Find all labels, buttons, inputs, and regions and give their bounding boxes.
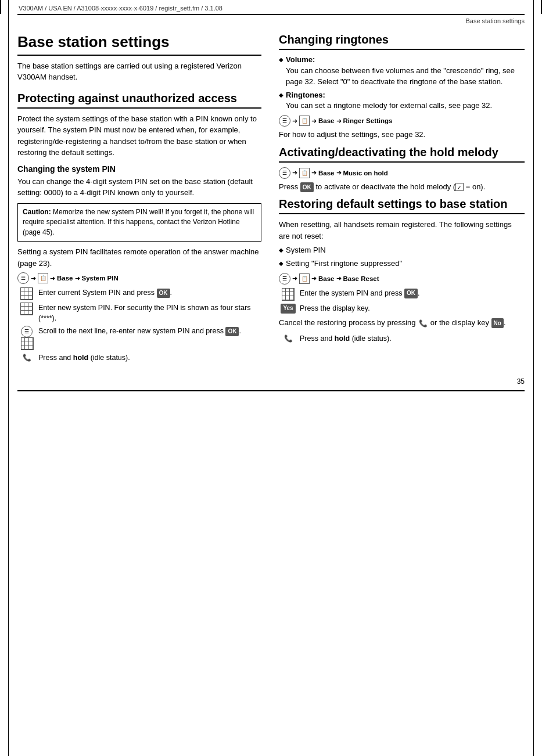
restoring-base-label: Base <box>318 275 335 282</box>
ok-btn-3: OK <box>225 327 239 337</box>
restoring-step-icon-2: Yes <box>279 302 300 315</box>
step-icon-1 <box>17 286 38 301</box>
caution-body: Memorize the new system PIN well! If you… <box>23 208 254 236</box>
menu-icon-2: ☰ <box>279 115 290 127</box>
ringtone-nav-note: For how to adjust the settings, see page… <box>279 129 525 141</box>
step-row-3: ☰ Scroll to the next line, re-enter new … <box>17 325 261 351</box>
ringer-settings-label: Ringer Settings <box>343 117 393 124</box>
steps-table: Enter current System PIN and press OK. E… <box>17 286 261 365</box>
nav-system-pin-label: System PIN <box>82 275 119 282</box>
keypad-icon-1 <box>20 287 33 300</box>
step-row-4: 📞 Press and hold (idle status). <box>17 351 261 365</box>
ok-btn-1: OK <box>157 289 170 298</box>
restoring-title: Restoring default settings to base stati… <box>279 197 525 211</box>
restoring-body: When resetting, all handsets remain regi… <box>279 219 525 242</box>
nav-base-1: Base <box>57 275 73 282</box>
volume-body: You can choose between five volumes and … <box>286 66 515 86</box>
ringtone-content: Ringtones: You can set a ringtone melody… <box>286 90 492 112</box>
book-icon-3: 📋 <box>299 168 310 178</box>
protecting-title: Protecting against unauthorized access <box>17 91 261 105</box>
bullet-diamond-1: ◆ <box>279 56 283 63</box>
step-text-2: Enter new system PIN. For security the P… <box>38 301 261 325</box>
checkmark-icon: ✓ <box>455 183 464 191</box>
menu-icon: ☰ <box>17 272 29 284</box>
restoring-step-1: Enter the system PIN and press OK. <box>279 287 525 302</box>
restoring-nav: ☰ ➜ 📋 ➜ Base ➜ Base Reset <box>279 273 525 285</box>
changing-ringtones-title: Changing ringtones <box>279 33 525 46</box>
volume-bullet: ◆ Volume: You can choose between five vo… <box>279 55 525 88</box>
restoring-bullet-1: ◆ System PIN <box>279 245 525 256</box>
restoring-last-step-table: 📞 Press and hold (idle status). <box>279 332 525 345</box>
scroll-icon: ☰ <box>21 326 33 337</box>
protecting-body: Protect the system settings of the base … <box>17 113 261 159</box>
volume-content: Volume: You can choose between five volu… <box>286 55 525 88</box>
after-caution-text: Setting a system PIN facilitates remote … <box>17 246 261 269</box>
intro-text: The base station settings are carried ou… <box>17 60 261 83</box>
changing-pin-body: You can change the 4-digit system PIN se… <box>17 176 261 199</box>
main-title: Base station settings <box>17 34 261 51</box>
nav-system-pin: ☰ ➜ 📋 ➜ Base ➜ System PIN <box>17 272 261 284</box>
ok-btn-hold: OK <box>300 182 314 192</box>
step-text-3: Scroll to the next line, re-enter new sy… <box>38 325 261 351</box>
volume-label: Volume: <box>286 55 315 64</box>
hold-base-label: Base <box>318 170 335 177</box>
left-column: Base station settings The base station s… <box>17 28 261 367</box>
book-icon: 📋 <box>38 273 48 283</box>
music-on-hold-label: Music on hold <box>343 170 388 177</box>
caution-label: Caution: <box>23 208 51 216</box>
step-icon-2 <box>17 301 38 325</box>
restoring-last-icon: 📞 <box>279 332 300 345</box>
restoring-bullet-1-text: System PIN <box>286 245 326 256</box>
phone-icon-last: 📞 <box>283 333 293 344</box>
hold-nav: ☰ ➜ 📋 ➜ Base ➜ Music on hold <box>279 167 525 179</box>
step-icon-4: 📞 <box>17 351 38 365</box>
bullet-diamond-2: ◆ <box>279 92 283 98</box>
ringtone-body: You can set a ringtone melody for extern… <box>286 101 492 110</box>
bullet-diamond-4: ◆ <box>279 260 283 267</box>
right-column: Changing ringtones ◆ Volume: You can cho… <box>279 28 525 367</box>
phone-icon-1: 📞 <box>21 353 32 363</box>
restoring-bullet-2-text: Setting "First ringtone suppressed" <box>286 258 402 269</box>
step-text-4: Press and hold (idle status). <box>38 351 261 365</box>
section-header: Base station settings <box>465 17 525 24</box>
restoring-last-step: 📞 Press and hold (idle status). <box>279 332 525 345</box>
hold-body: Press OK to activate or deactivate the h… <box>279 181 525 193</box>
page-number: 35 <box>0 373 542 390</box>
ok-btn-r1: OK <box>404 289 418 298</box>
step-row-2: Enter new system PIN. For security the P… <box>17 301 261 325</box>
restoring-step-text-1: Enter the system PIN and press OK. <box>300 287 525 302</box>
hold-melody-title: Activating/deactivating the hold melody <box>279 145 525 159</box>
caution-box: Caution: Memorize the new system PIN wel… <box>17 203 261 242</box>
restoring-step-text-2: Press the display key. <box>300 302 525 315</box>
menu-icon-3: ☰ <box>279 167 290 179</box>
ringtone-nav: ☰ ➜ 📋 ➜ Base ➜ Ringer Settings <box>279 115 525 127</box>
menu-icon-4: ☰ <box>279 273 290 285</box>
step-text-1: Enter current System PIN and press OK. <box>38 286 261 301</box>
restoring-cancel-text: Cancel the restoring process by pressing… <box>279 317 525 329</box>
step-icon-3: ☰ <box>17 325 38 351</box>
ringtone-base-label: Base <box>318 117 335 124</box>
phone-icon-r: 📞 <box>418 318 428 329</box>
restoring-step-icon-1 <box>279 287 300 302</box>
ringtone-label: Ringtones: <box>286 91 325 99</box>
yes-btn: Yes <box>281 304 295 314</box>
base-reset-label: Base Reset <box>343 275 379 282</box>
keypad-icon-2 <box>20 303 33 315</box>
keypad-icon-r1 <box>282 288 295 301</box>
step-row-1: Enter current System PIN and press OK. <box>17 286 261 301</box>
no-btn: No <box>491 318 504 328</box>
restoring-bullet-2: ◆ Setting "First ringtone suppressed" <box>279 258 525 269</box>
restoring-step-2: Yes Press the display key. <box>279 302 525 315</box>
ringtone-bullet: ◆ Ringtones: You can set a ringtone melo… <box>279 90 525 112</box>
changing-pin-title: Changing the system PIN <box>17 164 261 174</box>
restoring-steps-table: Enter the system PIN and press OK. Yes P… <box>279 287 525 315</box>
breadcrumb: V300AM / USA EN / A31008-xxxxx-xxxx-x-60… <box>19 5 222 12</box>
bullet-diamond-3: ◆ <box>279 247 283 253</box>
restoring-last-text: Press and hold (idle status). <box>300 332 525 345</box>
book-icon-2: 📋 <box>299 116 310 126</box>
keypad-icon-3 <box>21 337 34 350</box>
book-icon-4: 📋 <box>299 273 310 284</box>
